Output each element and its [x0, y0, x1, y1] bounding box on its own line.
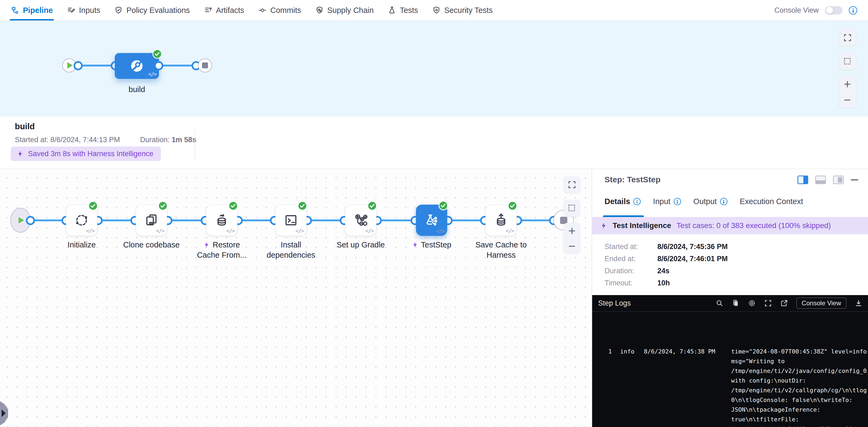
- success-check-icon: [367, 201, 377, 211]
- detail-value: 8/6/2024, 7:46:01 PM: [657, 255, 727, 263]
- step-node-restore-cache[interactable]: </> Restore Cache From...: [206, 205, 237, 236]
- detail-value: 24s: [657, 267, 670, 275]
- tab-tests[interactable]: Tests: [388, 0, 418, 21]
- step-panel-title: Step: TestStep: [604, 175, 660, 184]
- pipeline-icon: [11, 6, 20, 14]
- tab-details[interactable]: Details: [604, 197, 641, 206]
- tab-artifacts[interactable]: Artifacts: [204, 0, 244, 21]
- layout-bottom-panel-icon[interactable]: [815, 175, 826, 184]
- harness-intelligence-bolt-icon: [204, 241, 210, 248]
- tab-output[interactable]: Output: [693, 197, 727, 206]
- zoom-controls: + −: [564, 223, 580, 254]
- info-icon[interactable]: [633, 198, 641, 205]
- step-details-panel: Step: TestStep Details Input Output: [592, 169, 868, 427]
- artifacts-icon: [204, 6, 213, 14]
- tab-pipeline[interactable]: Pipeline: [11, 0, 53, 21]
- build-duration: Duration: 1m 58s: [140, 136, 196, 144]
- step-logs-header: Step Logs Console View: [592, 295, 868, 312]
- nav-tabs: Pipeline Inputs Policy Evaluations Artif…: [11, 0, 493, 21]
- restore-cache-icon: [214, 212, 229, 228]
- step-connector: [516, 220, 556, 221]
- success-check-icon: [152, 49, 162, 59]
- tab-commits[interactable]: Commits: [258, 0, 301, 21]
- step-logs-panel: Step Logs Console View 1 info: [592, 295, 868, 427]
- minimize-panel-icon[interactable]: [851, 179, 858, 180]
- play-icon: [19, 217, 24, 224]
- info-icon[interactable]: [674, 198, 681, 205]
- toggle-knob: [826, 7, 833, 14]
- detail-value: 8/6/2024, 7:45:36 PM: [657, 242, 727, 251]
- started-value: 8/6/2024, 7:44:13 PM: [51, 136, 120, 144]
- code-glyph-icon: </>: [226, 228, 235, 234]
- console-view-button[interactable]: Console View: [796, 297, 846, 309]
- zoom-in-button[interactable]: +: [568, 225, 576, 237]
- step-node-initialize[interactable]: </> Initialize: [66, 205, 97, 236]
- banner-test-cases-link[interactable]: Test cases: 0 of 383 executed (100% skip…: [677, 221, 831, 230]
- zoom-in-button[interactable]: +: [844, 78, 851, 90]
- download-icon[interactable]: [855, 299, 863, 307]
- info-icon[interactable]: [849, 6, 857, 14]
- stage-end-node[interactable]: [198, 58, 212, 72]
- play-icon: [67, 62, 73, 69]
- fullscreen-icon[interactable]: [764, 299, 772, 307]
- tab-supply-chain[interactable]: Supply Chain: [315, 0, 374, 21]
- tab-security-tests[interactable]: Security Tests: [432, 0, 493, 21]
- tests-flask-icon: [388, 6, 396, 14]
- harness-intelligence-badge[interactable]: Saved 3m 8s with Harness Intelligence: [11, 146, 161, 161]
- gradle-plugin-icon: [353, 212, 369, 228]
- test-intelligence-banner: Test Intelligence Test cases: 0 of 383 e…: [592, 217, 868, 234]
- detail-row: Duration:24s: [604, 265, 727, 277]
- success-check-icon: [438, 201, 448, 210]
- step-label: TestStep: [391, 240, 472, 250]
- layout-split-right-icon[interactable]: [798, 175, 808, 184]
- step-node-install-dependencies[interactable]: </> Install dependencies: [275, 205, 307, 236]
- build-summary-strip: build Started at: 8/6/2024, 7:44:13 PM D…: [0, 116, 868, 169]
- marquee-icon: [567, 203, 577, 213]
- zoom-out-button[interactable]: −: [568, 240, 576, 252]
- expand-canvas-button[interactable]: [564, 176, 580, 193]
- ci-stage-icon: [128, 58, 145, 74]
- search-icon[interactable]: [715, 299, 723, 307]
- log-line-number: 1: [608, 347, 612, 357]
- detail-label: Started at:: [604, 242, 657, 251]
- tab-label: Commits: [270, 6, 301, 15]
- step-node-save-cache[interactable]: </> Save Cache to Harness: [486, 205, 517, 236]
- tab-execution-context[interactable]: Execution Context: [740, 197, 803, 206]
- stage-connector: [157, 65, 198, 66]
- open-external-icon[interactable]: [780, 299, 788, 307]
- success-check-icon: [158, 201, 168, 211]
- expand-canvas-button[interactable]: [839, 29, 856, 46]
- tab-policy-evaluations[interactable]: Policy Evaluations: [114, 0, 190, 21]
- selection-marquee-button[interactable]: [839, 53, 856, 70]
- started-label: Started at:: [15, 136, 49, 144]
- detail-label: Duration:: [604, 267, 657, 275]
- intelligence-badge-text: Saved 3m 8s with Harness Intelligence: [28, 150, 153, 158]
- duration-label: Duration:: [140, 136, 170, 144]
- console-view-toggle[interactable]: [825, 6, 842, 14]
- selection-marquee-button[interactable]: [564, 200, 580, 217]
- inputs-icon: [67, 6, 75, 14]
- tab-input[interactable]: Input: [653, 197, 681, 206]
- tab-label: Tests: [400, 6, 418, 15]
- step-node-set-up-gradle[interactable]: </> Set up Gradle: [345, 205, 376, 236]
- info-icon[interactable]: [720, 198, 727, 205]
- settings-gear-icon[interactable]: [748, 299, 756, 307]
- code-glyph-icon: </>: [86, 228, 94, 234]
- top-nav: Pipeline Inputs Policy Evaluations Artif…: [0, 0, 868, 21]
- copy-icon[interactable]: [732, 299, 740, 307]
- step-label: Install dependencies: [251, 240, 331, 260]
- bolt-icon: [17, 150, 24, 157]
- lower-area: </> Initialize </> Clone codebase: [0, 169, 868, 427]
- supply-chain-icon: [315, 6, 324, 14]
- step-node-clone-codebase[interactable]: </> Clone codebase: [136, 205, 167, 236]
- step-node-teststep[interactable]: </> TestStep: [416, 205, 447, 236]
- tab-inputs[interactable]: Inputs: [67, 0, 100, 21]
- step-label: Save Cache to Harness: [461, 240, 541, 260]
- tab-label: Details: [604, 197, 630, 206]
- zoom-out-button[interactable]: −: [844, 94, 851, 106]
- layout-right-panel-icon[interactable]: [833, 175, 844, 184]
- detail-row: Started at:8/6/2024, 7:45:36 PM: [604, 241, 727, 253]
- step-logs-title: Step Logs: [598, 299, 631, 307]
- tab-label: Output: [693, 197, 717, 206]
- stage-node-build[interactable]: </>: [115, 53, 159, 79]
